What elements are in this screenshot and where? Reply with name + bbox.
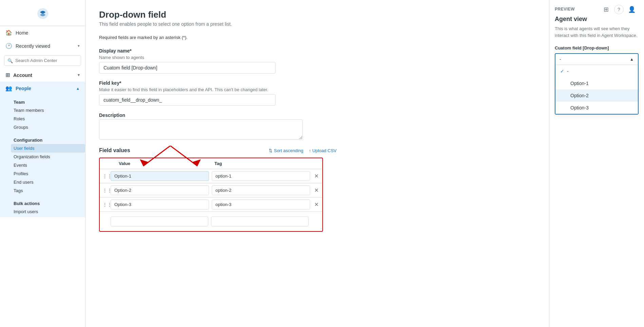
value-input-empty[interactable] bbox=[111, 217, 208, 226]
recently-viewed-chevron: ▾ bbox=[78, 44, 80, 48]
display-name-hint: Name shown to agents bbox=[99, 55, 535, 60]
chevron-up-icon: ▲ bbox=[630, 57, 634, 62]
field-key-label: Field key* bbox=[99, 80, 535, 86]
sidebar-item-profiles[interactable]: Profiles bbox=[14, 169, 85, 178]
account-label: Account bbox=[13, 73, 32, 78]
delete-row-3[interactable]: ✕ bbox=[313, 201, 320, 208]
field-values-table: Value Tag ⋮⋮ ✕ ⋮⋮ ✕ bbox=[99, 158, 323, 232]
display-name-group: Display name* Name shown to agents bbox=[99, 48, 535, 74]
team-section: Team Team members Roles Groups bbox=[0, 95, 85, 133]
dropdown-option-dash[interactable]: ✓ - bbox=[555, 65, 638, 77]
field-values-header: Field values ⇅ Sort ascending ↑ Upload C… bbox=[99, 147, 337, 154]
sidebar-item-account[interactable]: ⊞ Account ▾ bbox=[0, 68, 85, 82]
upload-csv-link[interactable]: ↑ Upload CSV bbox=[309, 148, 337, 153]
people-header[interactable]: 👥 People ▲ bbox=[0, 82, 85, 95]
team-title: Team bbox=[14, 98, 85, 106]
clock-icon: 🕐 bbox=[5, 43, 12, 49]
value-input-3[interactable] bbox=[111, 200, 209, 209]
sidebar-item-groups[interactable]: Groups bbox=[14, 123, 85, 131]
table-row: ⋮⋮ ✕ bbox=[100, 183, 322, 198]
field-key-input[interactable] bbox=[99, 94, 276, 106]
agent-view-desc: This is what agents will see when they i… bbox=[555, 25, 639, 39]
drag-handle[interactable]: ⋮⋮ bbox=[102, 173, 108, 179]
logo bbox=[0, 0, 85, 26]
tag-column-header: Tag bbox=[214, 161, 307, 166]
table-row-empty: ⋮⋮ bbox=[100, 212, 322, 231]
drag-handle[interactable]: ⋮⋮ bbox=[102, 188, 108, 193]
people-chevron: ▲ bbox=[76, 86, 80, 90]
configuration-section: Configuration User fields Organization f… bbox=[0, 133, 85, 196]
sidebar-item-roles[interactable]: Roles bbox=[14, 115, 85, 123]
display-name-label: Display name* bbox=[99, 48, 535, 54]
table-row: ⋮⋮ ✕ bbox=[100, 198, 322, 212]
dropdown-option-2[interactable]: Option-2 bbox=[555, 89, 638, 102]
dropdown-preview: - ▲ ✓ - Option-1 Option-2 Option bbox=[555, 53, 639, 115]
custom-field-label: Cuatom field [Drop-down] bbox=[555, 45, 639, 50]
home-label: Home bbox=[16, 30, 28, 36]
sidebar: 🏠 Home 🕐 Recently viewed ▾ 🔍 ⊞ Account ▾… bbox=[0, 0, 86, 327]
sidebar-item-events[interactable]: Events bbox=[14, 161, 85, 169]
people-icon: 👥 bbox=[5, 85, 12, 91]
field-key-hint: Make it easier to find this field in pla… bbox=[99, 87, 535, 92]
account-icon: ⊞ bbox=[5, 72, 10, 78]
dropdown-option-1[interactable]: Option-1 bbox=[555, 77, 638, 89]
content-area: ⊞ ? 👤 Drop-down field This field enables… bbox=[86, 0, 549, 327]
recently-viewed-label: Recently viewed bbox=[16, 43, 50, 49]
display-name-input[interactable] bbox=[99, 62, 276, 74]
search-input[interactable] bbox=[4, 55, 81, 66]
tag-input-1[interactable] bbox=[212, 171, 310, 181]
table-header: Value Tag bbox=[100, 158, 322, 169]
sidebar-item-people: 👥 People ▲ Team Team members Roles Group… bbox=[0, 82, 85, 217]
dropdown-options: ✓ - Option-1 Option-2 Option-3 bbox=[555, 65, 638, 114]
description-group: Description bbox=[99, 113, 535, 141]
sidebar-item-end-users[interactable]: End users bbox=[14, 178, 85, 186]
field-values-section: Field values ⇅ Sort ascending ↑ Upload C… bbox=[99, 147, 337, 232]
upload-icon: ↑ bbox=[309, 148, 311, 153]
bulk-actions-title: Bulk actions bbox=[14, 199, 85, 207]
field-values-title: Field values bbox=[99, 147, 269, 154]
page-subtitle: This field enables people to select one … bbox=[99, 21, 535, 27]
right-panel: PREVIEW Agent view This is what agents w… bbox=[549, 0, 644, 327]
required-note: Required fields are marked by an asteris… bbox=[99, 35, 535, 40]
tag-input-3[interactable] bbox=[212, 200, 310, 209]
value-input-1[interactable] bbox=[111, 171, 209, 181]
sidebar-item-tags[interactable]: Tags bbox=[14, 186, 85, 195]
table-row: ⋮⋮ ✕ bbox=[100, 169, 322, 183]
drag-handle[interactable]: ⋮⋮ bbox=[102, 202, 108, 207]
value-input-2[interactable] bbox=[111, 185, 209, 195]
sidebar-item-org-fields[interactable]: Organization fields bbox=[14, 152, 85, 161]
dropdown-option-3[interactable]: Option-3 bbox=[555, 102, 638, 114]
tag-input-empty[interactable] bbox=[211, 217, 309, 226]
sidebar-item-import-users[interactable]: Import users bbox=[14, 207, 85, 216]
home-icon: 🏠 bbox=[5, 29, 12, 36]
delete-row-2[interactable]: ✕ bbox=[313, 187, 320, 193]
check-icon: ✓ bbox=[560, 68, 564, 74]
page-title: Drop-down field bbox=[99, 9, 535, 20]
description-label: Description bbox=[99, 113, 535, 118]
delete-row-1[interactable]: ✕ bbox=[313, 173, 320, 179]
field-key-group: Field key* Make it easier to find this f… bbox=[99, 80, 535, 106]
description-textarea[interactable] bbox=[99, 119, 303, 140]
dropdown-selected[interactable]: - ▲ bbox=[555, 54, 638, 65]
sidebar-item-home[interactable]: 🏠 Home bbox=[0, 26, 85, 39]
field-values-actions: ⇅ Sort ascending ↑ Upload CSV bbox=[269, 148, 337, 153]
account-chevron: ▾ bbox=[78, 73, 80, 77]
sort-ascending-link[interactable]: ⇅ Sort ascending bbox=[269, 148, 303, 153]
main-area: ⊞ ? 👤 Drop-down field This field enables… bbox=[86, 0, 644, 327]
configuration-title: Configuration bbox=[14, 136, 85, 144]
sidebar-item-team-members[interactable]: Team members bbox=[14, 106, 85, 115]
search-icon: 🔍 bbox=[7, 58, 13, 63]
search-container: 🔍 bbox=[4, 55, 81, 66]
sidebar-item-user-fields[interactable]: User fields bbox=[11, 144, 85, 152]
bulk-actions-section: Bulk actions Import users bbox=[0, 196, 85, 217]
people-label: People bbox=[16, 86, 31, 91]
value-column-header: Value bbox=[119, 161, 212, 166]
sidebar-item-recently-viewed[interactable]: 🕐 Recently viewed ▾ bbox=[0, 39, 85, 53]
tag-input-2[interactable] bbox=[212, 185, 310, 195]
sort-icon: ⇅ bbox=[269, 148, 272, 153]
